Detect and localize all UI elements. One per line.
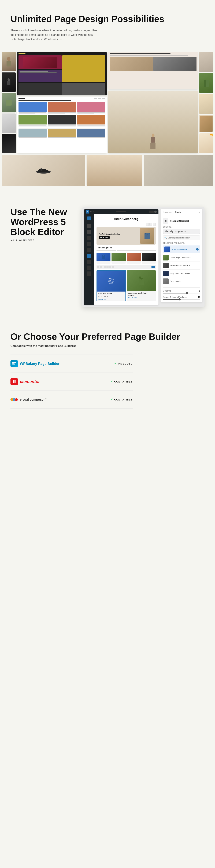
- block-icon: ⊞: [163, 218, 168, 224]
- product-list-item-5[interactable]: Navy Hoodie: [163, 277, 200, 285]
- product-name-1: Script Print Hoodie: [98, 292, 124, 294]
- carousel-product-1: KILLEYSTOUINOT OULANE Script Print Hoodi…: [96, 270, 126, 301]
- gallery-strip-right: 04: [199, 52, 213, 153]
- block-tab[interactable]: Block: [175, 211, 181, 214]
- select-arrow-icon: ▼: [196, 230, 198, 232]
- wp-page-title: Hello Gutenberg: [96, 217, 156, 221]
- section1-title: Unlimited Page Design Possibilities: [10, 14, 205, 24]
- section-block-editor: Use The New WordPress 5 Block Editor A.K…: [0, 193, 215, 318]
- product-price-2: $805.00: [128, 294, 155, 296]
- light-catalog-screenshot: [17, 97, 107, 153]
- wp-hero-banner: Pre-Fall Denim Collection SHOP NOW: [96, 227, 156, 245]
- add-cart-2[interactable]: ADD TO CART: [128, 297, 155, 298]
- elementor-logo: elementor: [10, 378, 40, 385]
- item-photo: [144, 155, 213, 186]
- svg-rect-10: [204, 80, 206, 87]
- fashion-icon-3: [5, 99, 12, 106]
- builder-item-vc: visual composer™ ✓ COMPATIBLE: [10, 391, 133, 409]
- wp-admin-toolbar: W: [84, 209, 158, 214]
- svg-rect-3: [7, 81, 10, 85]
- product-list-item-3[interactable]: White Hooded Jacket W: [163, 262, 200, 270]
- section-page-builder: Or Choose Your Preferred Page Builder Co…: [0, 318, 215, 423]
- svg-rect-15: [102, 255, 104, 256]
- strip-item-2: [2, 72, 16, 92]
- section1-description: There's a lot of freedome when it come t…: [10, 28, 98, 41]
- wpbakery-badge: ✓ INCLUDED: [114, 362, 133, 366]
- svg-rect-4: [6, 100, 11, 105]
- svg-point-0: [7, 57, 10, 61]
- wp-editor-content: Hello Gutenberg Pre-Fall Denim Collec: [94, 214, 158, 305]
- svg-rect-18: [13, 380, 14, 383]
- space-slider[interactable]: [163, 299, 200, 300]
- product-remove-1[interactable]: ×: [196, 248, 198, 250]
- shoe-silhouette: [35, 166, 52, 175]
- gutenberg-label: A.K.A. GUTENBERG: [10, 239, 77, 241]
- svg-point-25: [15, 398, 18, 401]
- svg-rect-6: [151, 137, 155, 143]
- source-select[interactable]: Manually pick products ▼: [163, 229, 200, 234]
- product-name-list-3: White Hooded Jacket W: [170, 265, 200, 267]
- svg-rect-19: [14, 380, 16, 381]
- product-list-item-1[interactable]: Script Print Hoodie ×: [163, 245, 200, 253]
- check-icon-elementor: ✓: [110, 380, 113, 383]
- svg-rect-12: [41, 168, 42, 171]
- product-thumb-5: [163, 278, 168, 284]
- product-old-price-1: $66.00: [98, 296, 102, 298]
- strip-item-1: [2, 52, 16, 71]
- product-name-list-5: Navy Hoodie: [170, 280, 200, 282]
- source-value: Manually pick products: [165, 230, 186, 232]
- document-tab[interactable]: Document: [163, 211, 173, 214]
- gallery-strip-left: [2, 52, 16, 153]
- section-unlimited-design: Unlimited Page Design Possibilities Ther…: [0, 0, 215, 52]
- selected-products-label: Selected Products:: [163, 242, 200, 244]
- elementor-icon: [10, 378, 18, 385]
- svg-point-2: [7, 78, 10, 81]
- top-selling-title: Top Selling Items: [96, 247, 156, 249]
- wpbakery-icon: [10, 360, 18, 367]
- product-thumb-2: [163, 255, 168, 260]
- product-thumb-1: [164, 247, 170, 252]
- product-name-list-1: Script Print Hoodie: [172, 248, 195, 250]
- screenshot-col-left: [17, 52, 107, 153]
- product-search-wrapper: 🔍: [163, 236, 200, 240]
- product-search-input[interactable]: [163, 236, 200, 240]
- fashion-full-look: [108, 91, 198, 153]
- svg-rect-14: [102, 255, 105, 259]
- strip-right-5: 04: [199, 133, 213, 153]
- svg-rect-7: [150, 143, 153, 149]
- svg-rect-21: [14, 382, 16, 383]
- panel-close-button[interactable]: ×: [198, 211, 200, 214]
- hero-btn[interactable]: SHOP NOW: [99, 237, 110, 239]
- editor-title-col: Use The New WordPress 5 Block Editor A.K…: [10, 207, 77, 250]
- block-panel-body: ⊞ Product Carousel Source: Manually pick…: [160, 216, 203, 302]
- fashion-editorial-screenshot: [108, 52, 198, 90]
- vc-icon: visual composer™: [10, 396, 47, 403]
- strip-item-5: [2, 134, 16, 153]
- model-silhouette: [147, 132, 159, 153]
- strip-right-3: [199, 94, 213, 114]
- wpbakery-badge-text: INCLUDED: [118, 362, 133, 365]
- columns-slider[interactable]: [163, 293, 200, 293]
- product-thumb-4: [163, 271, 168, 276]
- strip-right-2: [199, 73, 213, 93]
- fashion-icon-1: [4, 56, 13, 68]
- space-value: 30: [198, 296, 200, 298]
- block-panel-header: Document Block ×: [160, 209, 203, 216]
- add-cart-1[interactable]: ADD TO CART: [98, 299, 124, 300]
- vc-logo-icon: [10, 396, 18, 403]
- elementor-name: elementor: [20, 379, 40, 384]
- carousel-product-2: Camouflage Hooded Jac $805.00 ADD TO CAR…: [127, 270, 156, 301]
- source-label: Source:: [163, 226, 200, 228]
- product-list-item-2[interactable]: Camouflage Hooded Cc: [163, 254, 200, 262]
- vc-name: visual composer™: [20, 398, 47, 402]
- hero-title: Pre-Fall Denim Collection: [99, 233, 138, 235]
- builder-item-wpbakery: WPBakery Page Builder ✓ INCLUDED: [10, 354, 133, 373]
- wpbakery-logo: WPBakery Page Builder: [10, 360, 60, 367]
- shoe-photo: [2, 155, 85, 186]
- svg-rect-20: [14, 381, 16, 382]
- vc-badge: ✓ COMPATIBLE: [110, 398, 133, 402]
- builder-list: WPBakery Page Builder ✓ INCLUDED element: [10, 354, 133, 409]
- search-icon: 🔍: [164, 237, 167, 239]
- block-name-label: Product Carousel: [170, 220, 189, 222]
- product-list-item-4[interactable]: Navy blue coach jacket: [163, 270, 200, 277]
